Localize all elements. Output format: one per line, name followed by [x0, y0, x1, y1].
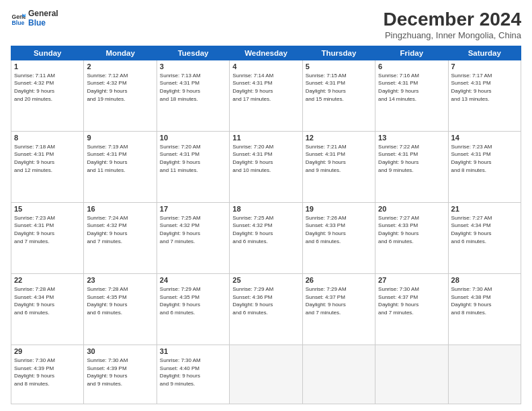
day-number: 20 — [378, 205, 445, 213]
day-number: 16 — [87, 205, 153, 213]
day-number: 24 — [160, 276, 226, 284]
day-number: 10 — [160, 134, 226, 142]
day-number: 17 — [160, 205, 226, 213]
day-info: Sunrise: 7:13 AM Sunset: 4:31 PM Dayligh… — [160, 72, 226, 103]
table-row: 29Sunrise: 7:30 AM Sunset: 4:39 PM Dayli… — [11, 345, 84, 404]
table-row: 24Sunrise: 7:29 AM Sunset: 4:35 PM Dayli… — [157, 273, 229, 345]
day-number: 15 — [14, 205, 81, 213]
col-tuesday: Tuesday — [157, 46, 229, 60]
table-row: 5Sunrise: 7:15 AM Sunset: 4:31 PM Daylig… — [302, 60, 375, 131]
logo-line1: General — [28, 9, 58, 19]
day-number: 9 — [87, 134, 153, 142]
table-row: 3Sunrise: 7:13 AM Sunset: 4:31 PM Daylig… — [157, 60, 229, 131]
table-row: 25Sunrise: 7:29 AM Sunset: 4:36 PM Dayli… — [230, 273, 302, 345]
col-monday: Monday — [84, 46, 157, 60]
table-row: 13Sunrise: 7:22 AM Sunset: 4:31 PM Dayli… — [375, 131, 448, 202]
day-info: Sunrise: 7:30 AM Sunset: 4:37 PM Dayligh… — [378, 285, 445, 316]
day-number: 22 — [14, 276, 81, 284]
table-row: 27Sunrise: 7:30 AM Sunset: 4:37 PM Dayli… — [375, 273, 448, 345]
day-info: Sunrise: 7:30 AM Sunset: 4:38 PM Dayligh… — [451, 285, 518, 316]
day-info: Sunrise: 7:20 AM Sunset: 4:31 PM Dayligh… — [232, 143, 299, 174]
svg-text:Blue: Blue — [12, 19, 25, 26]
day-number: 8 — [14, 134, 81, 142]
day-info: Sunrise: 7:28 AM Sunset: 4:35 PM Dayligh… — [87, 285, 153, 316]
day-number: 23 — [87, 276, 153, 284]
day-number: 25 — [232, 276, 299, 284]
table-row: 6Sunrise: 7:16 AM Sunset: 4:31 PM Daylig… — [375, 60, 448, 131]
day-number: 14 — [451, 134, 518, 142]
day-number: 29 — [14, 347, 81, 355]
col-wednesday: Wednesday — [230, 46, 302, 60]
day-number: 6 — [378, 62, 445, 71]
title-block: December 2024 Pingzhuang, Inner Mongolia… — [384, 9, 521, 40]
table-row: 22Sunrise: 7:28 AM Sunset: 4:34 PM Dayli… — [11, 273, 84, 345]
month-title: December 2024 — [384, 9, 521, 30]
table-row: 31Sunrise: 7:30 AM Sunset: 4:40 PM Dayli… — [157, 345, 229, 404]
col-sunday: Sunday — [11, 46, 84, 60]
table-row: 19Sunrise: 7:26 AM Sunset: 4:33 PM Dayli… — [302, 202, 375, 273]
day-number: 4 — [232, 62, 299, 71]
day-info: Sunrise: 7:27 AM Sunset: 4:33 PM Dayligh… — [378, 214, 445, 245]
col-friday: Friday — [375, 46, 448, 60]
table-row: 15Sunrise: 7:23 AM Sunset: 4:31 PM Dayli… — [11, 202, 84, 273]
day-number: 12 — [306, 134, 372, 142]
table-row: 28Sunrise: 7:30 AM Sunset: 4:38 PM Dayli… — [448, 273, 521, 345]
day-number: 18 — [232, 205, 299, 213]
day-number: 27 — [378, 276, 445, 284]
day-info: Sunrise: 7:20 AM Sunset: 4:31 PM Dayligh… — [160, 143, 226, 174]
col-thursday: Thursday — [302, 46, 375, 60]
header-row: Sunday Monday Tuesday Wednesday Thursday… — [11, 46, 521, 60]
table-row: 18Sunrise: 7:25 AM Sunset: 4:32 PM Dayli… — [230, 202, 302, 273]
day-info: Sunrise: 7:21 AM Sunset: 4:31 PM Dayligh… — [306, 143, 372, 174]
day-info: Sunrise: 7:29 AM Sunset: 4:37 PM Dayligh… — [306, 285, 372, 316]
logo: General Blue General Blue — [11, 9, 58, 28]
header: General Blue General Blue December 2024 … — [11, 9, 521, 40]
day-number: 19 — [306, 205, 372, 213]
day-info: Sunrise: 7:23 AM Sunset: 4:31 PM Dayligh… — [14, 214, 81, 245]
day-number: 5 — [306, 62, 372, 71]
day-info: Sunrise: 7:30 AM Sunset: 4:39 PM Dayligh… — [87, 357, 153, 387]
day-number: 1 — [14, 62, 81, 71]
table-row: 26Sunrise: 7:29 AM Sunset: 4:37 PM Dayli… — [302, 273, 375, 345]
day-number: 21 — [451, 205, 518, 213]
table-row — [230, 345, 302, 404]
day-number: 31 — [160, 347, 226, 355]
day-info: Sunrise: 7:23 AM Sunset: 4:31 PM Dayligh… — [451, 143, 518, 174]
day-info: Sunrise: 7:14 AM Sunset: 4:31 PM Dayligh… — [232, 72, 299, 103]
table-row: 20Sunrise: 7:27 AM Sunset: 4:33 PM Dayli… — [375, 202, 448, 273]
day-number: 7 — [451, 62, 518, 71]
day-info: Sunrise: 7:29 AM Sunset: 4:36 PM Dayligh… — [232, 285, 299, 316]
table-row: 2Sunrise: 7:12 AM Sunset: 4:32 PM Daylig… — [84, 60, 157, 131]
location-subtitle: Pingzhuang, Inner Mongolia, China — [384, 30, 521, 40]
day-number: 11 — [232, 134, 299, 142]
day-info: Sunrise: 7:17 AM Sunset: 4:31 PM Dayligh… — [451, 72, 518, 103]
day-number: 13 — [378, 134, 445, 142]
day-number: 30 — [87, 347, 153, 355]
day-info: Sunrise: 7:15 AM Sunset: 4:31 PM Dayligh… — [306, 72, 372, 103]
day-info: Sunrise: 7:24 AM Sunset: 4:32 PM Dayligh… — [87, 214, 153, 245]
day-info: Sunrise: 7:11 AM Sunset: 4:32 PM Dayligh… — [14, 72, 81, 103]
table-row: 4Sunrise: 7:14 AM Sunset: 4:31 PM Daylig… — [230, 60, 302, 131]
day-info: Sunrise: 7:29 AM Sunset: 4:35 PM Dayligh… — [160, 285, 226, 316]
day-number: 28 — [451, 276, 518, 284]
table-row: 16Sunrise: 7:24 AM Sunset: 4:32 PM Dayli… — [84, 202, 157, 273]
table-row: 10Sunrise: 7:20 AM Sunset: 4:31 PM Dayli… — [157, 131, 229, 202]
logo-line2: Blue — [28, 19, 58, 28]
day-info: Sunrise: 7:26 AM Sunset: 4:33 PM Dayligh… — [306, 214, 372, 245]
table-row: 8Sunrise: 7:18 AM Sunset: 4:31 PM Daylig… — [11, 131, 84, 202]
day-number: 3 — [160, 62, 226, 71]
logo-icon: General Blue — [11, 11, 26, 26]
table-row: 21Sunrise: 7:27 AM Sunset: 4:34 PM Dayli… — [448, 202, 521, 273]
day-info: Sunrise: 7:25 AM Sunset: 4:32 PM Dayligh… — [232, 214, 299, 245]
table-row: 23Sunrise: 7:28 AM Sunset: 4:35 PM Dayli… — [84, 273, 157, 345]
day-info: Sunrise: 7:27 AM Sunset: 4:34 PM Dayligh… — [451, 214, 518, 245]
table-row — [448, 345, 521, 404]
day-info: Sunrise: 7:19 AM Sunset: 4:31 PM Dayligh… — [87, 143, 153, 174]
table-row: 7Sunrise: 7:17 AM Sunset: 4:31 PM Daylig… — [448, 60, 521, 131]
day-number: 2 — [87, 62, 153, 71]
calendar-table: Sunday Monday Tuesday Wednesday Thursday… — [11, 46, 521, 404]
day-info: Sunrise: 7:18 AM Sunset: 4:31 PM Dayligh… — [14, 143, 81, 174]
table-row — [302, 345, 375, 404]
day-info: Sunrise: 7:28 AM Sunset: 4:34 PM Dayligh… — [14, 285, 81, 316]
table-row: 1Sunrise: 7:11 AM Sunset: 4:32 PM Daylig… — [11, 60, 84, 131]
